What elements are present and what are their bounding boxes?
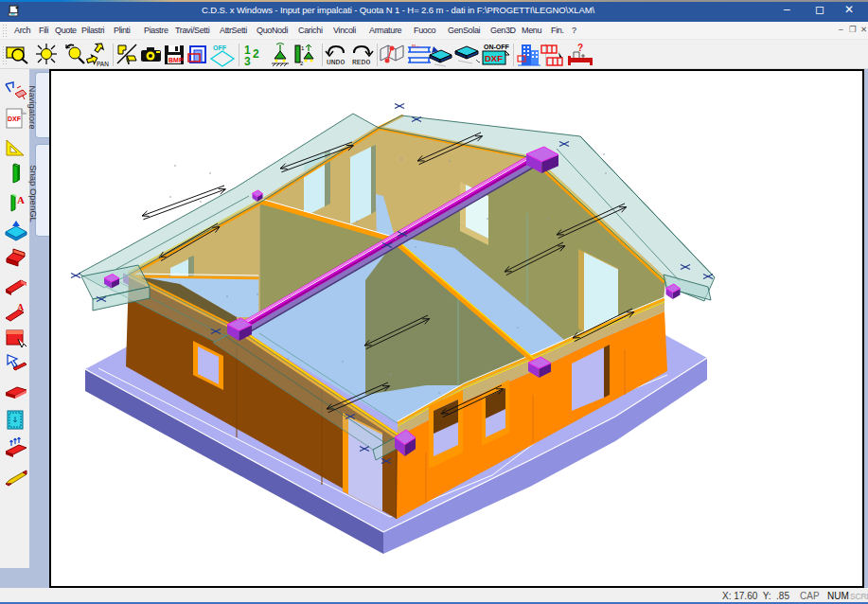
svg-text:ON-OFF: ON-OFF <box>484 44 509 50</box>
svg-text:m↔: m↔ <box>412 43 420 48</box>
svg-text:OFF: OFF <box>213 44 227 51</box>
svg-text:2: 2 <box>300 61 304 66</box>
svg-text:DXF: DXF <box>485 53 503 63</box>
svg-text:A: A <box>17 194 25 205</box>
svg-text:2: 2 <box>253 47 259 61</box>
svg-text:PAN: PAN <box>97 61 109 67</box>
svg-text:BMP: BMP <box>168 57 184 63</box>
svg-text:UNDO: UNDO <box>327 58 345 66</box>
svg-text:1: 1 <box>301 45 305 51</box>
svg-text:REDO: REDO <box>352 58 370 66</box>
svg-text:DXF: DXF <box>8 115 22 122</box>
svg-text:3: 3 <box>244 55 251 67</box>
svg-text:A: A <box>17 302 25 312</box>
svg-text:?: ? <box>577 43 583 53</box>
